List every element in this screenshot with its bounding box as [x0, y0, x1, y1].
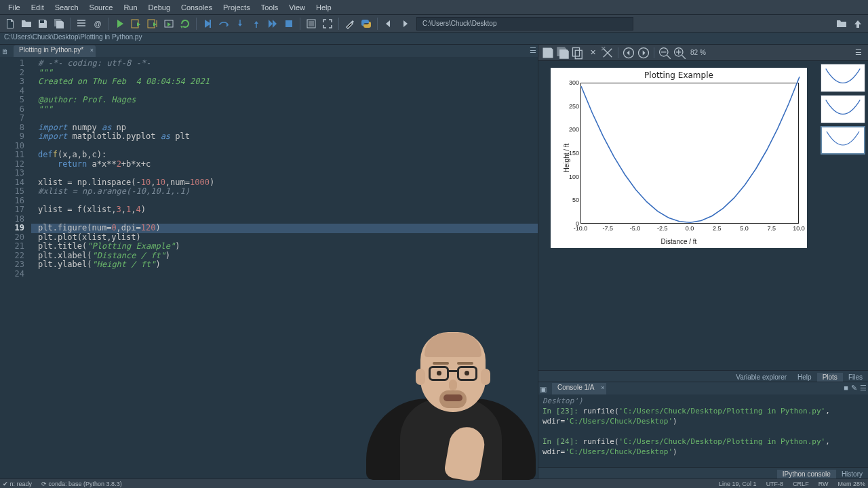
- continue-button[interactable]: [265, 16, 280, 31]
- code-editor[interactable]: 123456789101112131415161718192021222324 …: [0, 57, 538, 479]
- run-cell-advance-button[interactable]: [145, 16, 160, 31]
- menu-tools[interactable]: Tools: [256, 1, 284, 14]
- env-status[interactable]: ⟳ conda: base (Python 3.8.3): [41, 481, 122, 487]
- back-button[interactable]: [381, 16, 396, 31]
- xtick: 0.0: [680, 225, 699, 232]
- plots-pane: Plotting Example Height / ft Distance / …: [538, 61, 868, 370]
- close-all-plots-button[interactable]: [601, 46, 614, 60]
- rerun-button[interactable]: [178, 16, 193, 31]
- panel-tab-variable-explorer[interactable]: Variable explorer: [730, 373, 792, 382]
- xtick: 10.0: [789, 225, 808, 232]
- mem-status[interactable]: Mem 28%: [837, 481, 865, 487]
- main-toolbar: @ C:\Users\Chuck\Desktop: [0, 15, 868, 33]
- cursor-pos: Line 19, Col 1: [719, 481, 757, 487]
- console-options-icon[interactable]: ☰: [860, 384, 867, 392]
- editor-options-icon[interactable]: ☰: [530, 46, 536, 55]
- svg-rect-8: [573, 47, 580, 56]
- svg-rect-7: [309, 21, 314, 26]
- plot-xlabel: Distance / ft: [551, 238, 807, 245]
- statusbar: ✔ n: ready ⟳ conda: base (Python 3.8.3) …: [0, 479, 868, 488]
- console-bottom-tabs: IPython consoleHistory: [538, 467, 868, 479]
- console-tabbar: ▣ Console 1/A× ■ ✎ ☰: [538, 382, 868, 394]
- console-bottom-tab-ipython-console[interactable]: IPython console: [777, 470, 836, 479]
- console-output[interactable]: Desktop')In [23]: runfile('C:/Users/Chuc…: [538, 394, 868, 467]
- ytick: 100: [559, 174, 579, 180]
- save-plot-button[interactable]: [541, 46, 555, 60]
- panel-tab-plots[interactable]: Plots: [817, 373, 843, 382]
- xtick: -2.5: [653, 225, 672, 232]
- save-button[interactable]: [35, 16, 50, 31]
- debug-button[interactable]: [200, 16, 215, 31]
- svg-rect-16: [823, 127, 863, 153]
- editor-tab[interactable]: Plotting in Python.py*×: [14, 45, 96, 57]
- panel-tab-help[interactable]: Help: [792, 373, 817, 382]
- plot-thumb[interactable]: [821, 64, 865, 92]
- menu-projects[interactable]: Projects: [218, 1, 256, 14]
- save-all-plots-button[interactable]: [556, 46, 570, 60]
- close-icon[interactable]: ×: [601, 384, 604, 391]
- menu-search[interactable]: Search: [50, 1, 84, 14]
- plot-thumbnails: [819, 61, 868, 370]
- menu-view[interactable]: View: [283, 1, 311, 14]
- file-icon: 🗎: [1, 47, 11, 57]
- zoom-level: 82 %: [690, 49, 706, 56]
- prev-plot-button[interactable]: [622, 46, 635, 60]
- menu-file[interactable]: File: [3, 1, 26, 14]
- menu-debug[interactable]: Debug: [143, 1, 176, 14]
- parent-dir-button[interactable]: [850, 16, 865, 31]
- menu-consoles[interactable]: Consoles: [176, 1, 218, 14]
- preferences-button[interactable]: [342, 16, 357, 31]
- stop-console-button[interactable]: ■: [844, 384, 848, 392]
- close-plot-button[interactable]: ✕: [586, 46, 599, 60]
- close-icon[interactable]: ×: [90, 47, 94, 54]
- next-plot-button[interactable]: [637, 46, 650, 60]
- svg-rect-5: [285, 20, 292, 27]
- plot-title: Plotting Example: [551, 70, 807, 80]
- working-dir-field[interactable]: C:\Users\Chuck\Desktop: [416, 17, 633, 30]
- xtick: 7.5: [762, 225, 781, 232]
- ytick: 300: [559, 79, 579, 86]
- new-file-button[interactable]: [3, 16, 18, 31]
- xtick: 5.0: [735, 225, 754, 232]
- python-path-button[interactable]: [359, 16, 374, 31]
- step-over-button[interactable]: [216, 16, 231, 31]
- svg-rect-15: [821, 96, 864, 123]
- lsp-status[interactable]: ✔ n: ready: [3, 481, 32, 487]
- save-all-button[interactable]: [52, 16, 66, 31]
- browse-dir-button[interactable]: [834, 16, 849, 31]
- maximize-pane-button[interactable]: [304, 16, 319, 31]
- run-selection-button[interactable]: [161, 16, 176, 31]
- run-button[interactable]: [113, 16, 127, 31]
- plot-figure[interactable]: Plotting Example Height / ft Distance / …: [551, 68, 807, 248]
- console-tab[interactable]: Console 1/A×: [552, 383, 606, 394]
- console-bottom-tab-history[interactable]: History: [836, 470, 868, 479]
- svg-rect-0: [40, 20, 44, 23]
- plots-options-icon[interactable]: ☰: [852, 46, 865, 60]
- zoom-in-button[interactable]: [673, 46, 686, 60]
- right-panel-tabs: Variable explorerHelpPlotsFiles: [538, 370, 868, 382]
- plot-thumb-selected[interactable]: [821, 126, 865, 155]
- menu-source[interactable]: Source: [84, 1, 119, 14]
- fullscreen-button[interactable]: [320, 16, 335, 31]
- copy-plot-button[interactable]: [571, 46, 585, 60]
- rw-status: RW: [818, 481, 829, 487]
- zoom-out-button[interactable]: [658, 46, 671, 60]
- step-into-button[interactable]: [233, 16, 248, 31]
- encoding[interactable]: UTF-8: [766, 481, 784, 487]
- menu-help[interactable]: Help: [311, 1, 337, 14]
- svg-rect-9: [575, 50, 582, 59]
- panel-tab-files[interactable]: Files: [843, 373, 868, 382]
- plot-thumb[interactable]: [821, 95, 865, 123]
- forward-button[interactable]: [397, 16, 412, 31]
- outline-icon[interactable]: [74, 16, 89, 31]
- open-file-button[interactable]: [19, 16, 34, 31]
- run-cell-button[interactable]: [129, 16, 144, 31]
- create-cell-button[interactable]: @: [90, 16, 105, 31]
- menu-run[interactable]: Run: [118, 1, 142, 14]
- svg-rect-14: [821, 64, 864, 92]
- step-out-button[interactable]: [249, 16, 264, 31]
- clear-console-button[interactable]: ✎: [851, 384, 857, 392]
- stop-debug-button[interactable]: [281, 16, 296, 31]
- eol[interactable]: CRLF: [793, 481, 809, 487]
- menu-edit[interactable]: Edit: [26, 1, 50, 14]
